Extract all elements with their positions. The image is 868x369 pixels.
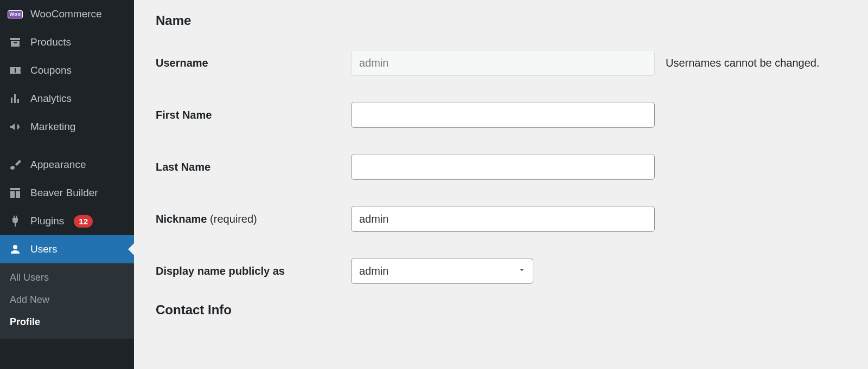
sidebar-item-label: Products (30, 36, 71, 48)
sidebar-item-plugins[interactable]: Plugins 12 (0, 207, 134, 235)
menu-separator (0, 141, 134, 151)
row-nickname: Nickname (required) (156, 206, 846, 232)
sidebar-item-beaver-builder[interactable]: Beaver Builder (0, 179, 134, 207)
sidebar-item-coupons[interactable]: Coupons (0, 56, 134, 85)
brush-icon (8, 157, 23, 172)
chart-icon (8, 91, 23, 106)
nickname-input[interactable] (351, 206, 655, 232)
row-display-name: Display name publicly as admin (156, 258, 846, 284)
submenu-all-users[interactable]: All Users (0, 267, 134, 289)
submenu-profile[interactable]: Profile (0, 311, 134, 333)
sidebar-item-appearance[interactable]: Appearance (0, 151, 134, 179)
row-first-name: First Name (156, 102, 846, 128)
sidebar-item-marketing[interactable]: Marketing (0, 113, 134, 141)
last-name-label: Last Name (156, 161, 340, 173)
username-label: Username (156, 57, 340, 69)
ticket-icon (8, 63, 23, 78)
display-name-label: Display name publicly as (156, 265, 340, 277)
sidebar-item-label: Appearance (30, 159, 86, 171)
first-name-input[interactable] (351, 102, 655, 128)
sidebar-item-label: Plugins (30, 215, 64, 227)
sidebar-item-products[interactable]: Products (0, 28, 134, 56)
row-last-name: Last Name (156, 154, 846, 180)
username-input (351, 50, 655, 76)
display-name-select-wrap: admin (351, 258, 533, 284)
section-heading-name: Name (156, 13, 846, 28)
nickname-label: Nickname (required) (156, 213, 340, 225)
update-count-badge: 12 (74, 215, 93, 228)
row-username: Username Usernames cannot be changed. (156, 50, 846, 76)
user-icon (8, 242, 23, 257)
users-submenu: All Users Add New Profile (0, 263, 134, 339)
sidebar-item-label: Marketing (30, 121, 75, 133)
first-name-label: First Name (156, 109, 340, 121)
plug-icon (8, 213, 23, 229)
admin-sidebar: Woo WooCommerce Products Coupons Analyti… (0, 0, 134, 369)
layout-icon (8, 185, 23, 200)
submenu-add-new[interactable]: Add New (0, 289, 134, 311)
last-name-input[interactable] (351, 154, 655, 180)
archive-icon (8, 35, 23, 50)
username-hint: Usernames cannot be changed. (666, 57, 820, 69)
sidebar-item-label: Analytics (30, 93, 72, 105)
sidebar-item-label: Beaver Builder (30, 187, 98, 199)
sidebar-item-users[interactable]: Users (0, 235, 134, 263)
megaphone-icon (8, 119, 23, 134)
sidebar-item-label: WooCommerce (30, 8, 102, 20)
woocommerce-icon: Woo (8, 7, 23, 22)
sidebar-item-woocommerce[interactable]: Woo WooCommerce (0, 0, 134, 28)
sidebar-item-label: Users (30, 243, 58, 255)
display-name-select[interactable]: admin (351, 258, 533, 284)
section-heading-contact: Contact Info (156, 302, 846, 318)
sidebar-item-analytics[interactable]: Analytics (0, 85, 134, 113)
sidebar-item-label: Coupons (30, 64, 72, 76)
profile-form: Name Username Usernames cannot be change… (134, 0, 868, 369)
